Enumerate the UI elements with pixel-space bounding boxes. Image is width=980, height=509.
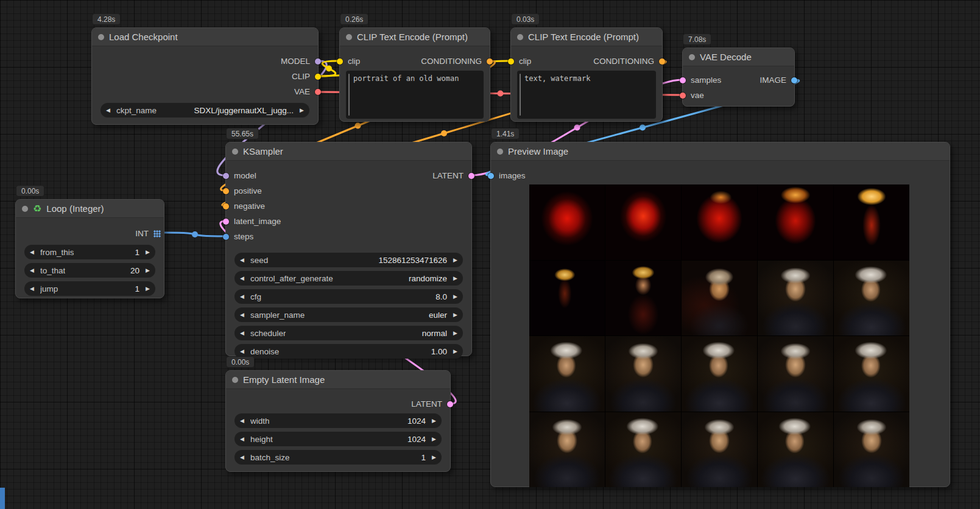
preview-image-cell[interactable] [605,184,681,260]
preview-image-cell[interactable] [834,184,909,260]
next-arrow-icon[interactable]: ▶ [432,437,436,442]
latent-image-input-port[interactable] [223,219,229,225]
clip-input-port[interactable] [337,58,343,65]
preview-image-cell[interactable] [605,336,681,412]
node-header[interactable]: Preview Image [491,142,950,161]
preview-image-cell[interactable] [682,336,757,412]
preview-image-cell[interactable] [529,336,605,412]
preview-image-cell[interactable] [605,261,681,336]
node-empty-latent-image[interactable]: 0.00s Empty Latent Image LATENT ◀ width … [225,370,451,472]
prev-arrow-icon[interactable]: ◀ [240,294,244,300]
node-loop-integer[interactable]: 0.00s ♻ Loop (Integer) INT ◀ from_this 1… [15,199,164,298]
next-arrow-icon[interactable]: ▶ [146,268,150,273]
collapse-dot-icon[interactable] [98,34,104,40]
next-arrow-icon[interactable]: ▶ [453,276,457,281]
vae-input-port[interactable] [680,93,686,99]
next-arrow-icon[interactable]: ▶ [432,418,436,424]
negative-input-port[interactable] [223,203,229,209]
preview-image-cell[interactable] [834,261,909,336]
node-ksampler[interactable]: 55.65s KSampler model LATENT positive ne… [225,142,472,356]
prev-arrow-icon[interactable]: ◀ [240,455,244,460]
positive-input-port[interactable] [223,188,229,194]
node-header[interactable]: CLIP Text Encode (Prompt) [511,28,662,46]
ckpt-name-widget[interactable]: ◀ ckpt_name SDXL/juggernautXL_jugg... ▶ [100,103,309,118]
next-arrow-icon[interactable]: ▶ [453,331,457,336]
node-load-checkpoint[interactable]: 4.28s Load Checkpoint MODEL CLIP VAE ◀ c… [91,27,319,125]
prev-arrow-icon[interactable]: ◀ [240,437,244,442]
collapse-dot-icon[interactable] [497,149,503,155]
batch-size-widget[interactable]: ◀ batch_size 1 ▶ [234,450,442,465]
jump-widget[interactable]: ◀ jump 1 ▶ [24,281,155,296]
textarea-scrollbar[interactable] [520,74,521,116]
model-output-port[interactable] [315,58,321,65]
image-output-port[interactable] [791,77,797,83]
preview-image-cell[interactable] [605,412,681,488]
clip-input-port[interactable] [508,58,514,65]
collapse-dot-icon[interactable] [232,377,238,383]
next-arrow-icon[interactable]: ▶ [453,349,457,354]
prev-arrow-icon[interactable]: ◀ [240,331,244,336]
width-widget[interactable]: ◀ width 1024 ▶ [234,413,442,428]
link-midpoint-dot[interactable] [498,91,504,97]
preview-image-cell[interactable] [529,412,605,488]
preview-image-cell[interactable] [834,336,909,412]
preview-image-cell[interactable] [758,184,833,260]
latent-output-port[interactable] [447,401,453,407]
next-arrow-icon[interactable]: ▶ [146,250,150,255]
collapse-dot-icon[interactable] [517,34,523,40]
int-output-grid-icon[interactable] [153,230,161,237]
next-arrow-icon[interactable]: ▶ [453,258,457,263]
next-arrow-icon[interactable]: ▶ [453,312,457,318]
samples-input-port[interactable] [680,77,686,83]
link-midpoint-dot[interactable] [640,125,646,131]
preview-image-cell[interactable] [758,261,833,336]
prev-arrow-icon[interactable]: ◀ [30,250,34,255]
preview-image-cell[interactable] [758,412,833,488]
link-midpoint-dot[interactable] [441,130,447,136]
prompt-textarea[interactable]: text, watermark [517,71,656,119]
latent-output-port[interactable] [468,173,474,179]
node-header[interactable]: Empty Latent Image [226,371,450,389]
from-this-widget[interactable]: ◀ from_this 1 ▶ [24,245,155,259]
clip-output-port[interactable] [315,74,321,80]
preview-image-cell[interactable] [529,261,605,336]
prev-arrow-icon[interactable]: ◀ [240,312,244,318]
preview-image-cell[interactable] [834,412,909,488]
node-header[interactable]: CLIP Text Encode (Prompt) [340,28,490,46]
preview-image-cell[interactable] [682,261,757,336]
node-header[interactable]: Load Checkpoint [92,28,318,46]
steps-input-port[interactable] [223,234,229,240]
preview-image-cell[interactable] [758,336,833,412]
link-midpoint-dot[interactable] [192,231,198,237]
next-arrow-icon[interactable]: ▶ [300,108,304,113]
link-loop-int-to-ksampler-steps[interactable] [164,233,225,236]
node-header[interactable]: ♻ Loop (Integer) [16,200,164,218]
link-midpoint-dot[interactable] [574,125,580,131]
images-input-port[interactable] [488,173,494,179]
collapse-dot-icon[interactable] [689,54,695,60]
prev-arrow-icon[interactable]: ◀ [30,286,34,292]
prev-arrow-icon[interactable]: ◀ [240,418,244,424]
model-input-port[interactable] [223,173,229,179]
preview-image-cell[interactable] [529,184,605,260]
node-vae-decode[interactable]: 7.08s VAE Decode samples IMAGE vae [682,47,795,107]
next-arrow-icon[interactable]: ▶ [432,455,436,460]
prev-arrow-icon[interactable]: ◀ [30,268,34,273]
textarea-scrollbar[interactable] [348,74,350,116]
seed-widget[interactable]: ◀ seed 152861253471626 ▶ [234,253,463,267]
next-arrow-icon[interactable]: ▶ [453,294,457,300]
collapse-dot-icon[interactable] [232,149,238,155]
conditioning-output-port[interactable] [487,58,493,65]
collapse-dot-icon[interactable] [346,34,352,40]
preview-image-cell[interactable] [682,184,757,260]
collapse-dot-icon[interactable] [22,206,28,212]
link-midpoint-dot[interactable] [355,123,361,129]
prompt-textarea[interactable]: portrait of an old woman [346,71,484,119]
height-widget[interactable]: ◀ height 1024 ▶ [234,432,442,446]
node-clip-text-encode-positive[interactable]: 0.26s CLIP Text Encode (Prompt) clip CON… [339,27,490,122]
conditioning-output-port[interactable] [659,58,665,65]
control-after-generate-widget[interactable]: ◀ control_after_generate randomize ▶ [234,271,463,286]
to-that-widget[interactable]: ◀ to_that 20 ▶ [24,263,155,278]
prev-arrow-icon[interactable]: ◀ [106,108,110,113]
prev-arrow-icon[interactable]: ◀ [240,349,244,354]
